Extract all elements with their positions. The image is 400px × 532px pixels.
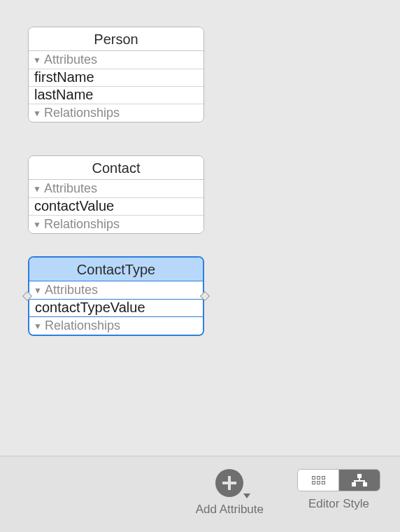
attributes-section-header[interactable]: ▼Attributes: [29, 281, 203, 300]
add-attribute-label: Add Attribute: [196, 503, 264, 517]
chevron-down-icon: [243, 493, 250, 498]
relationships-section-header[interactable]: ▼Relationships: [29, 317, 203, 335]
attribute-row[interactable]: contactTypeValue: [29, 300, 203, 317]
editor-style-tool: Editor Style: [297, 469, 380, 511]
editor-style-table-button[interactable]: [298, 470, 338, 491]
attributes-section-label: Attributes: [45, 283, 98, 298]
add-attribute-button[interactable]: [215, 469, 243, 497]
editor-style-segmented: [297, 469, 380, 491]
attributes-section-label: Attributes: [44, 181, 97, 196]
relationships-section-header[interactable]: ▼Relationships: [29, 104, 203, 122]
grid-icon: [312, 476, 325, 484]
attributes-section-header[interactable]: ▼Attributes: [29, 51, 203, 69]
entity-title[interactable]: Contact: [29, 156, 203, 180]
disclosure-triangle-icon: ▼: [33, 220, 41, 229]
entity-person[interactable]: Person▼AttributesfirstNamelastName▼Relat…: [28, 27, 204, 122]
entity-contacttype[interactable]: ContactType▼AttributescontactTypeValue▼R…: [28, 256, 204, 336]
entity-title[interactable]: Person: [29, 27, 203, 51]
hierarchy-icon: [352, 474, 367, 486]
relationships-section-label: Relationships: [45, 318, 120, 333]
disclosure-triangle-icon: ▼: [33, 109, 41, 118]
attribute-row[interactable]: contactValue: [29, 198, 203, 216]
disclosure-triangle-icon: ▼: [34, 322, 42, 330]
attributes-section-header[interactable]: ▼Attributes: [29, 180, 203, 198]
bottom-toolbar: Add Attribute Editor: [0, 456, 400, 532]
entity-contact[interactable]: Contact▼AttributescontactValue▼Relations…: [28, 155, 204, 234]
relationships-section-header[interactable]: ▼Relationships: [29, 216, 203, 233]
relationships-section-label: Relationships: [44, 217, 120, 232]
plus-icon: [215, 469, 243, 497]
add-attribute-tool: Add Attribute: [196, 469, 264, 517]
editor-style-graph-button[interactable]: [339, 470, 380, 491]
disclosure-triangle-icon: ▼: [33, 185, 41, 193]
attribute-row[interactable]: lastName: [29, 87, 203, 104]
attributes-section-label: Attributes: [44, 52, 97, 67]
disclosure-triangle-icon: ▼: [34, 286, 42, 295]
disclosure-triangle-icon: ▼: [33, 56, 41, 64]
editor-style-label: Editor Style: [308, 497, 369, 511]
entity-title[interactable]: ContactType: [29, 258, 203, 281]
attribute-row[interactable]: firstName: [29, 69, 203, 87]
model-canvas[interactable]: Person▼AttributesfirstNamelastName▼Relat…: [0, 0, 400, 456]
relationships-section-label: Relationships: [44, 106, 120, 120]
